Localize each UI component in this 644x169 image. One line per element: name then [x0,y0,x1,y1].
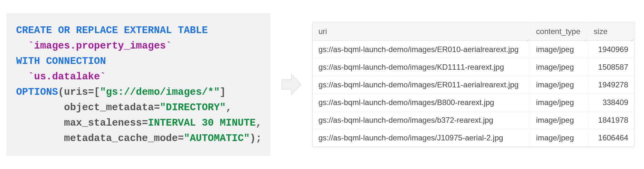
header-text: content_type [536,27,580,36]
sql-keyword: OPTIONS [16,86,58,98]
connection-identifier: us.datalake [34,71,100,82]
code-line: metadata_cache_mode="AUTOMATIC"); [16,131,258,146]
cell-size: 1508587 [588,58,634,76]
cell-content-type: image/jpeg [530,41,588,58]
comma: , [256,117,262,129]
cell-size: 1949278 [588,76,634,94]
cell-size: 1841978 [588,111,634,129]
indent [16,71,28,82]
code-line: object_metadata="DIRECTORY", [16,100,258,115]
cell-uri: gs://as-bqml-launch-demo/images/ER011-ae… [313,76,530,94]
table-row[interactable]: gs://as-bqml-launch-demo/images/B800-rea… [313,94,634,111]
string-literal: "DIRECTORY" [160,102,226,113]
table-row[interactable]: gs://as-bqml-launch-demo/images/b372-rea… [313,111,634,129]
equals: = [178,133,184,144]
results-table: uri content_type size gs://as-bqml-launc… [313,22,634,147]
code-line: `images.property_images` [16,38,258,54]
indent [16,40,28,51]
cell-content-type: image/jpeg [530,94,588,111]
code-line: `us.datalake` [16,69,258,84]
header-text: uri [318,27,327,36]
code-line: max_staleness=INTERVAL 30 MINUTE, [16,115,258,131]
results-table-panel: uri content_type size gs://as-bqml-launc… [312,22,634,147]
cell-uri: gs://as-bqml-launch-demo/images/KD1111-r… [313,58,530,76]
cell-uri: gs://as-bqml-launch-demo/images/J10975-a… [313,129,530,147]
table-row[interactable]: gs://as-bqml-launch-demo/images/J10975-a… [313,129,634,147]
option-name: object_metadata [64,102,154,113]
arrow-right-icon [280,72,303,97]
backtick: ` [166,40,172,51]
code-line: WITH CONNECTION [16,54,258,69]
sql-code-panel: CREATE OR REPLACE EXTERNAL TABLE `images… [6,13,270,156]
interval-literal: INTERVAL 30 MINUTE [148,117,256,129]
cell-uri: gs://as-bqml-launch-demo/images/ER010-ae… [313,41,530,58]
flow-arrow [270,72,312,97]
header-text: size [594,27,608,36]
cell-content-type: image/jpeg [530,129,588,147]
table-row[interactable]: gs://as-bqml-launch-demo/images/ER011-ae… [313,76,634,94]
code-line: OPTIONS(uris=["gs://demo/images/*"] [16,84,258,100]
cell-content-type: image/jpeg [530,58,588,76]
table-row[interactable]: gs://as-bqml-launch-demo/images/ER010-ae… [313,41,634,58]
paren-close: ); [250,133,262,144]
option-name: max_staleness [64,117,142,129]
equals-bracket: =[ [88,86,100,98]
cell-content-type: image/jpeg [530,76,588,94]
backtick: ` [100,71,106,82]
string-literal: "AUTOMATIC" [184,133,250,144]
cell-uri: gs://as-bqml-launch-demo/images/B800-rea… [313,94,530,111]
indent [16,102,64,113]
backtick: ` [28,71,34,82]
table-body: gs://as-bqml-launch-demo/images/ER010-ae… [313,41,634,147]
cell-uri: gs://as-bqml-launch-demo/images/b372-rea… [313,111,530,129]
column-resize-handle[interactable] [583,36,587,40]
layout-container: CREATE OR REPLACE EXTERNAL TABLE `images… [0,0,644,169]
option-name: metadata_cache_mode [64,133,178,144]
table-row[interactable]: gs://as-bqml-launch-demo/images/KD1111-r… [313,58,634,76]
sql-keyword: WITH CONNECTION [16,56,106,67]
cell-size: 1940969 [588,41,634,58]
column-resize-handle[interactable] [526,36,529,40]
cell-content-type: image/jpeg [530,111,588,129]
equals: = [142,117,148,129]
cell-size: 338409 [588,94,634,111]
indent [16,133,64,144]
column-header-size[interactable]: size [588,22,634,41]
bracket-close: ] [220,86,226,98]
option-name: uris [64,86,88,98]
equals: = [154,102,160,113]
comma: , [226,102,232,113]
cell-size: 1606464 [588,129,634,147]
column-header-uri[interactable]: uri [313,22,530,41]
sql-keyword: CREATE OR REPLACE EXTERNAL TABLE [16,25,208,36]
paren-open: ( [58,86,64,98]
table-identifier: images.property_images [34,40,166,51]
indent [16,117,64,129]
column-header-content-type[interactable]: content_type [530,22,588,41]
table-header-row: uri content_type size [313,22,634,41]
column-resize-handle[interactable] [630,36,633,40]
string-literal: "gs://demo/images/*" [100,86,220,98]
code-line: CREATE OR REPLACE EXTERNAL TABLE [16,23,258,38]
backtick: ` [28,40,34,51]
